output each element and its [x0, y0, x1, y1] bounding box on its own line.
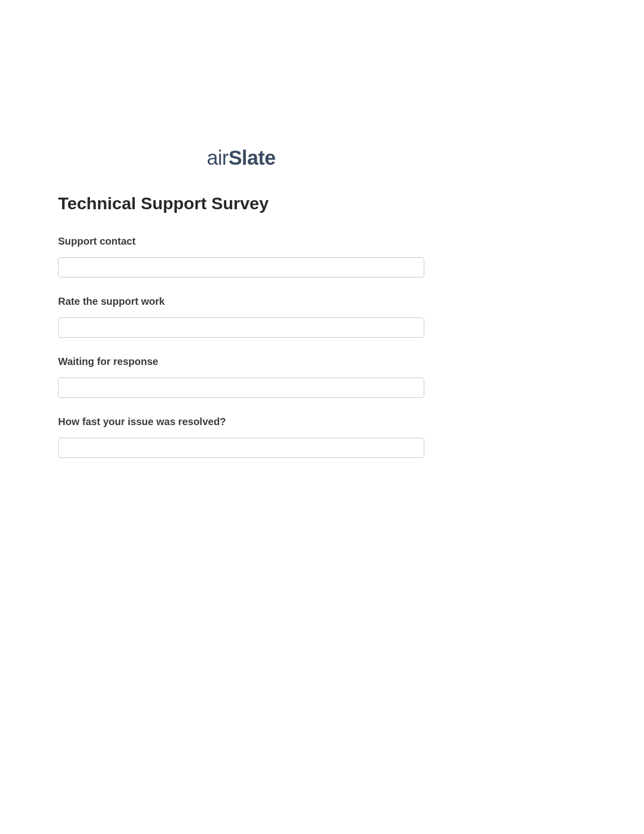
logo-wrap: airSlate — [58, 147, 424, 169]
logo-part2: Slate — [228, 147, 275, 169]
label-resolution-speed: How fast your issue was resolved? — [58, 416, 424, 428]
field-group-waiting-response: Waiting for response — [58, 356, 424, 398]
input-support-contact[interactable] — [58, 257, 424, 277]
input-rate-support[interactable] — [58, 317, 424, 338]
field-group-resolution-speed: How fast your issue was resolved? — [58, 416, 424, 458]
label-support-contact: Support contact — [58, 236, 424, 247]
logo-part1: air — [207, 147, 228, 169]
label-waiting-response: Waiting for response — [58, 356, 424, 367]
field-group-support-contact: Support contact — [58, 236, 424, 277]
input-waiting-response[interactable] — [58, 378, 424, 398]
label-rate-support: Rate the support work — [58, 296, 424, 307]
form-title: Technical Support Survey — [58, 194, 424, 213]
input-resolution-speed[interactable] — [58, 438, 424, 458]
field-group-rate-support: Rate the support work — [58, 296, 424, 338]
airslate-logo: airSlate — [207, 147, 275, 169]
survey-container: airSlate Technical Support Survey Suppor… — [58, 147, 424, 476]
